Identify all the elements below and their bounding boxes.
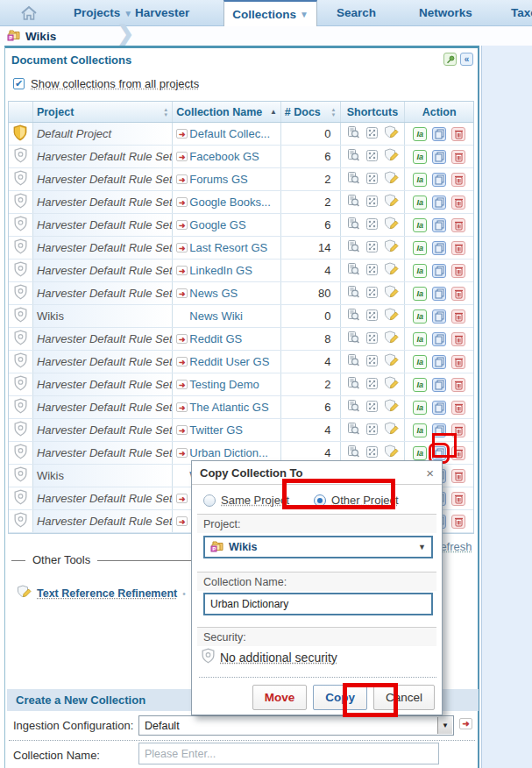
delete-icon[interactable] (451, 173, 465, 187)
sort-icon[interactable]: ▲▼ (331, 107, 337, 117)
copy-icon[interactable] (432, 218, 446, 232)
collection-name-link[interactable]: Reddit User GS (189, 355, 269, 368)
preview-document-icon[interactable] (346, 148, 360, 165)
preview-document-icon[interactable] (346, 308, 360, 324)
analyze-icon[interactable] (365, 217, 379, 233)
edit-security-icon[interactable] (384, 239, 399, 256)
copy-icon[interactable] (432, 150, 446, 164)
delete-icon[interactable] (451, 515, 465, 529)
collection-name-link[interactable]: Testing Demo (189, 378, 259, 391)
preview-document-icon[interactable] (346, 285, 360, 302)
collection-name-link[interactable]: LinkedIn GS (189, 264, 252, 277)
analyze-icon[interactable] (365, 309, 379, 324)
delete-icon[interactable] (451, 332, 465, 346)
preview-document-icon[interactable] (346, 331, 360, 347)
copy-icon[interactable] (432, 127, 446, 141)
checkbox-checked-icon[interactable]: ✔ (13, 78, 25, 89)
analyze-icon[interactable] (365, 263, 379, 279)
rename-icon[interactable]: Ia (413, 401, 427, 415)
collapse-panel-icon[interactable]: « (460, 53, 473, 66)
delete-icon[interactable] (451, 264, 465, 278)
show-all-projects-checkbox[interactable]: ✔ Show collections from all projects (13, 77, 199, 90)
delete-icon[interactable] (451, 150, 465, 164)
edit-security-icon[interactable] (384, 444, 399, 461)
rename-icon[interactable]: Ia (413, 150, 427, 164)
copy-icon[interactable] (432, 401, 446, 415)
collection-name-link[interactable]: Urban Diction... (189, 446, 268, 459)
header-collection-name[interactable]: Collection Name▲ (173, 102, 281, 122)
preview-document-icon[interactable] (346, 239, 360, 256)
delete-icon[interactable] (451, 241, 465, 255)
project-shield-icon[interactable] (13, 512, 28, 530)
delete-icon[interactable] (451, 355, 465, 369)
rename-icon[interactable]: Ia (413, 446, 427, 460)
breadcrumb-project-name[interactable]: Wikis (25, 30, 56, 43)
copy-icon[interactable] (432, 287, 446, 301)
project-shield-icon[interactable] (13, 352, 28, 371)
collection-name-link[interactable]: Google GS (189, 218, 245, 231)
cancel-button[interactable]: Cancel (373, 685, 435, 710)
nav-collections-active-tab[interactable]: Collections▼ (223, 0, 317, 26)
collection-name-link[interactable]: Facebook GS (189, 150, 259, 163)
project-shield-icon[interactable] (13, 307, 28, 325)
collection-name-link[interactable]: Last Resort GS (189, 241, 267, 254)
rename-icon[interactable]: Ia (413, 241, 427, 255)
ingestion-config-select[interactable]: Default ▼ (138, 715, 454, 736)
copy-icon[interactable] (432, 309, 446, 324)
sort-icon[interactable]: ▲▼ (163, 107, 168, 117)
project-dropdown[interactable]: P Wikis ▼ (203, 536, 433, 558)
copy-icon[interactable] (432, 173, 446, 187)
copy-icon[interactable] (432, 332, 446, 346)
copy-icon[interactable] (432, 446, 446, 460)
analyze-icon[interactable] (365, 240, 379, 256)
security-setting[interactable]: No additional security (201, 648, 337, 667)
project-shield-icon[interactable] (13, 489, 28, 508)
pin-icon[interactable] (443, 53, 457, 66)
edit-security-icon[interactable] (384, 194, 399, 210)
collection-name-link[interactable]: Default Collec... (189, 127, 270, 140)
edit-security-icon[interactable] (384, 353, 399, 370)
preview-document-icon[interactable] (346, 422, 360, 438)
delete-icon[interactable] (451, 401, 465, 415)
edit-security-icon[interactable] (384, 171, 399, 188)
copy-icon[interactable] (432, 423, 446, 437)
nav-projects[interactable]: Projects▼ (74, 6, 132, 19)
copy-icon[interactable] (432, 378, 446, 392)
project-shield-icon[interactable] (13, 330, 28, 348)
header-docs[interactable]: # Docs▲▼ (281, 102, 341, 122)
nav-harvester[interactable]: Harvester (135, 6, 189, 19)
edit-security-icon[interactable] (384, 125, 399, 142)
project-shield-icon[interactable] (13, 193, 28, 211)
analyze-icon[interactable] (365, 286, 379, 302)
edit-security-icon[interactable] (384, 399, 399, 416)
copy-collection-name-input[interactable] (203, 593, 433, 615)
project-shield-icon[interactable] (13, 261, 28, 280)
delete-icon[interactable] (451, 446, 465, 460)
rename-icon[interactable]: Ia (413, 218, 427, 232)
preview-document-icon[interactable] (346, 399, 360, 416)
rename-icon[interactable]: Ia (413, 423, 427, 437)
delete-icon[interactable] (451, 127, 465, 141)
edit-security-icon[interactable] (384, 285, 399, 302)
copy-icon[interactable] (432, 264, 446, 278)
collection-name-link[interactable]: The Atlantic GS (189, 401, 268, 414)
project-shield-icon[interactable] (13, 216, 28, 234)
copy-icon[interactable] (432, 196, 446, 210)
header-shortcuts[interactable]: Shortcuts (341, 102, 406, 122)
select-arrow-icon[interactable]: ▼ (437, 717, 452, 734)
preview-document-icon[interactable] (346, 376, 360, 393)
preview-document-icon[interactable] (346, 194, 360, 210)
edit-security-icon[interactable] (384, 422, 399, 438)
delete-icon[interactable] (451, 378, 465, 392)
edit-security-icon[interactable] (384, 148, 399, 165)
collection-name-link[interactable]: Reddit GS (189, 332, 242, 345)
edit-security-icon[interactable] (384, 217, 399, 233)
project-shield-icon[interactable] (12, 124, 28, 144)
project-shield-icon[interactable] (13, 170, 28, 188)
analyze-icon[interactable] (365, 195, 379, 210)
project-shield-icon[interactable] (13, 444, 28, 462)
rename-icon[interactable]: Ia (413, 332, 427, 346)
project-shield-icon[interactable] (13, 398, 28, 416)
project-shield-icon[interactable] (13, 466, 28, 485)
analyze-icon[interactable] (365, 149, 379, 165)
